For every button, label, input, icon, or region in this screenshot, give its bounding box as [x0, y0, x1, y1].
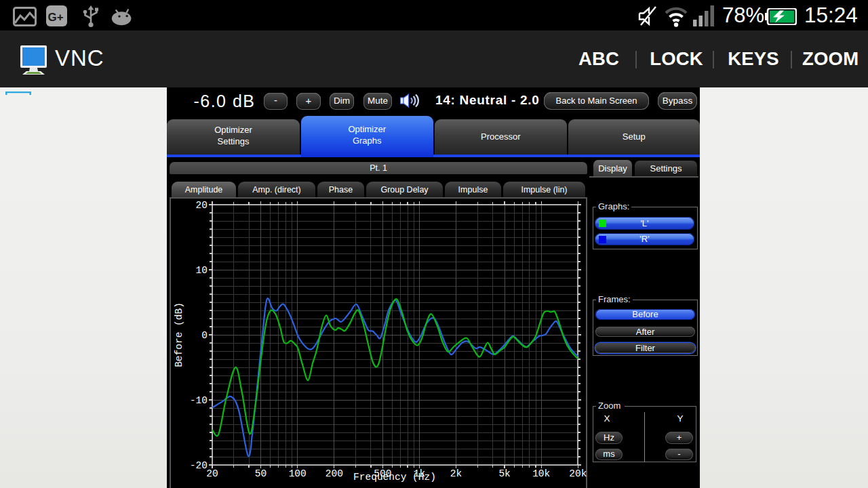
svg-text:Frequency (Hz): Frequency (Hz): [353, 472, 436, 483]
svg-text:200: 200: [326, 468, 343, 479]
svg-text:G+: G+: [47, 11, 63, 24]
svg-text:10k: 10k: [532, 468, 550, 479]
svg-text:-10: -10: [190, 395, 208, 406]
svg-text:50: 50: [255, 468, 267, 479]
svg-text:100: 100: [289, 468, 307, 479]
svg-text:Before (dB): Before (dB): [174, 302, 184, 367]
svg-text:2k: 2k: [450, 468, 462, 479]
svg-text:20: 20: [206, 468, 218, 479]
svg-text:10: 10: [196, 265, 208, 276]
svg-text:0: 0: [201, 330, 208, 341]
svg-text:20k: 20k: [569, 468, 587, 479]
svg-text:-20: -20: [190, 460, 208, 471]
svg-text:20: 20: [196, 200, 208, 211]
svg-text:5k: 5k: [498, 468, 510, 479]
